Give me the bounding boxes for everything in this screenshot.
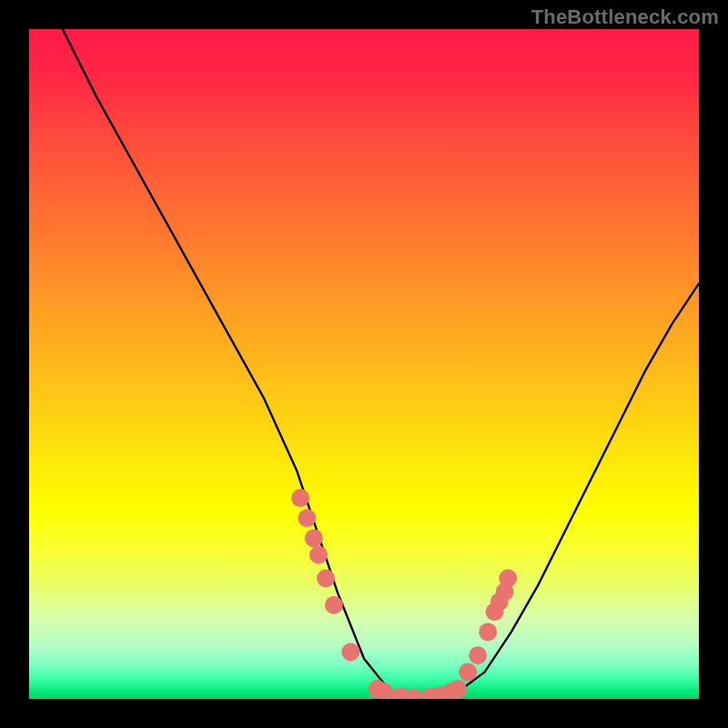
data-marker <box>479 622 497 641</box>
data-marker <box>298 509 316 527</box>
data-marker <box>499 570 517 588</box>
curve-markers <box>291 489 517 699</box>
curve-path <box>63 29 699 699</box>
data-marker <box>325 596 343 614</box>
data-marker <box>405 689 423 700</box>
data-marker <box>309 546 328 564</box>
data-marker <box>305 529 323 547</box>
watermark-text: TheBottleneck.com <box>531 5 719 29</box>
data-marker <box>449 680 467 698</box>
curve-layer <box>29 29 699 699</box>
data-marker <box>291 489 309 507</box>
plot-area <box>29 29 699 699</box>
data-marker <box>469 646 487 664</box>
chart-frame: TheBottleneck.com <box>0 0 728 728</box>
data-marker <box>317 570 335 588</box>
data-marker <box>341 643 359 662</box>
data-marker <box>459 663 477 682</box>
